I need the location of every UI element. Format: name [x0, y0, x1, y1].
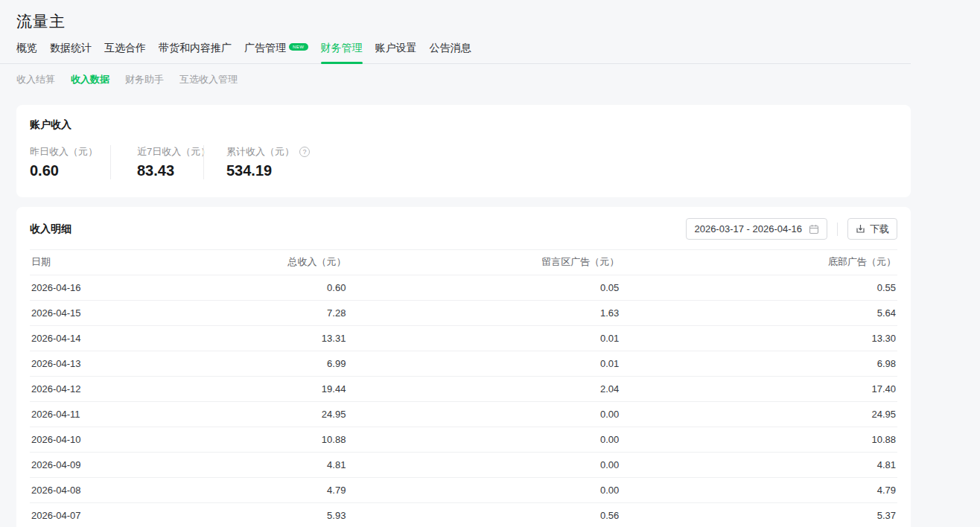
table-cell-date: 2026-04-10 — [30, 427, 186, 453]
table-cell: 6.98 — [620, 351, 897, 377]
table-cell: 0.01 — [347, 351, 620, 377]
table-cell-date: 2026-04-11 — [30, 402, 186, 427]
date-range-value: 2026-03-17 - 2026-04-16 — [694, 223, 802, 234]
tab-label: 公告消息 — [430, 42, 471, 55]
tab-label: 互选合作 — [104, 42, 146, 55]
subtab-income-data[interactable]: 收入数据 — [71, 73, 109, 86]
stat-value: 83.43 — [137, 162, 203, 179]
date-range-picker[interactable]: 2026-03-17 - 2026-04-16 — [686, 218, 827, 240]
table-row: 2026-04-07 5.93 0.56 5.37 — [30, 503, 897, 527]
table-cell: 1.63 — [347, 301, 620, 326]
tab-label: 带货和内容推广 — [159, 42, 232, 55]
column-header-total-income: 总收入（元） — [186, 250, 348, 275]
calendar-icon — [809, 224, 819, 234]
stat-yesterday-income: 昨日收入（元） 0.60 — [30, 145, 110, 179]
tab-finance[interactable]: 财务管理 — [321, 42, 363, 63]
download-label: 下载 — [870, 223, 889, 236]
tab-label: 数据统计 — [50, 42, 92, 55]
table-cell-date: 2026-04-12 — [30, 377, 186, 402]
table-cell: 0.01 — [347, 326, 620, 351]
table-row: 2026-04-15 7.28 1.63 5.64 — [30, 301, 897, 326]
table-row: 2026-04-08 4.79 0.00 4.79 — [30, 478, 897, 503]
income-table: 日期 总收入（元） 留言区广告（元） 底部广告（元） 2026-04-16 0.… — [30, 249, 897, 527]
table-cell-date: 2026-04-07 — [30, 503, 186, 527]
tab-label: 概览 — [16, 42, 37, 55]
stat-value: 534.19 — [226, 162, 310, 179]
download-button[interactable]: 下载 — [847, 218, 897, 240]
stat-label: 累计收入（元） ? — [226, 145, 310, 159]
download-icon — [856, 224, 865, 234]
table-row: 2026-04-10 10.88 0.00 10.88 — [30, 427, 897, 453]
tab-label: 广告管理 — [244, 42, 286, 55]
stat-label: 近7日收入（元） — [137, 145, 203, 159]
table-cell: 24.95 — [620, 402, 897, 427]
page-title: 流量主 — [0, 0, 980, 32]
tab-overview[interactable]: 概览 — [16, 42, 37, 63]
subtab-income-settlement[interactable]: 收入结算 — [16, 73, 55, 86]
header-controls: 2026-03-17 - 2026-04-16 — [686, 218, 897, 240]
table-row: 2026-04-16 0.60 0.05 0.55 — [30, 275, 897, 301]
tab-announcements[interactable]: 公告消息 — [430, 42, 471, 63]
table-row: 2026-04-09 4.81 0.00 4.81 — [30, 453, 897, 478]
tab-ad-management[interactable]: 广告管理 NEW — [244, 42, 308, 63]
table-cell: 6.99 — [186, 351, 348, 377]
table-cell: 0.55 — [620, 275, 897, 301]
table-cell: 0.00 — [347, 453, 620, 478]
finance-subtabs: 收入结算 收入数据 财务助手 互选收入管理 — [0, 73, 980, 86]
stat-last7days-income: 近7日收入（元） 83.43 — [110, 145, 203, 179]
new-badge: NEW — [289, 43, 308, 51]
table-cell: 0.00 — [347, 402, 620, 427]
income-detail-card: 收入明细 2026-03-17 - 2026-04-16 — [16, 207, 911, 527]
stat-label-text: 累计收入（元） — [226, 145, 294, 159]
table-cell: 24.95 — [186, 402, 348, 427]
tab-mutual-select[interactable]: 互选合作 — [104, 42, 146, 63]
tab-data-stats[interactable]: 数据统计 — [50, 42, 92, 63]
table-cell-date: 2026-04-16 — [30, 275, 186, 301]
controls-divider — [837, 223, 838, 236]
column-header-bottom-ad: 底部广告（元） — [620, 250, 897, 275]
table-cell: 4.79 — [186, 478, 348, 503]
subtab-mutual-income-management[interactable]: 互选收入管理 — [179, 73, 238, 86]
table-header-row: 日期 总收入（元） 留言区广告（元） 底部广告（元） — [30, 250, 897, 275]
account-income-title: 账户收入 — [30, 118, 897, 132]
tab-label: 账户设置 — [375, 42, 417, 55]
table-cell: 0.00 — [347, 478, 620, 503]
table-cell-date: 2026-04-15 — [30, 301, 186, 326]
table-cell-date: 2026-04-09 — [30, 453, 186, 478]
table-cell: 4.81 — [186, 453, 348, 478]
table-cell: 0.60 — [186, 275, 348, 301]
table-cell: 10.88 — [620, 427, 897, 453]
stat-total-income: 累计收入（元） ? 534.19 — [203, 145, 310, 179]
table-cell: 13.31 — [186, 326, 348, 351]
table-cell: 13.30 — [620, 326, 897, 351]
table-cell: 5.93 — [186, 503, 348, 527]
table-cell: 0.05 — [347, 275, 620, 301]
tab-label: 财务管理 — [321, 42, 363, 55]
tab-goods-content-promo[interactable]: 带货和内容推广 — [159, 42, 232, 63]
table-cell: 5.37 — [620, 503, 897, 527]
table-cell: 2.04 — [347, 377, 620, 402]
table-cell: 0.00 — [347, 427, 620, 453]
table-row: 2026-04-11 24.95 0.00 24.95 — [30, 402, 897, 427]
help-icon[interactable]: ? — [299, 147, 310, 157]
table-cell-date: 2026-04-14 — [30, 326, 186, 351]
income-detail-header: 收入明细 2026-03-17 - 2026-04-16 — [16, 207, 911, 249]
table-cell: 4.79 — [620, 478, 897, 503]
table-cell: 4.81 — [620, 453, 897, 478]
table-cell: 19.44 — [186, 377, 348, 402]
table-cell-date: 2026-04-13 — [30, 351, 186, 377]
table-cell: 10.88 — [186, 427, 348, 453]
subtab-finance-assistant[interactable]: 财务助手 — [125, 73, 164, 86]
table-cell: 0.56 — [347, 503, 620, 527]
tab-account-settings[interactable]: 账户设置 — [375, 42, 417, 63]
income-detail-title: 收入明细 — [30, 223, 71, 236]
main-tabbar: 概览 数据统计 互选合作 带货和内容推广 广告管理 NEW 财务管理 账户设置 … — [0, 42, 911, 64]
stat-value: 0.60 — [30, 162, 110, 179]
table-row: 2026-04-14 13.31 0.01 13.30 — [30, 326, 897, 351]
table-cell: 5.64 — [620, 301, 897, 326]
account-income-card: 账户收入 昨日收入（元） 0.60 近7日收入（元） 83.43 累计收入（元）… — [16, 105, 911, 197]
income-stats: 昨日收入（元） 0.60 近7日收入（元） 83.43 累计收入（元） ? 53… — [30, 145, 897, 179]
table-cell-date: 2026-04-08 — [30, 478, 186, 503]
table-cell: 17.40 — [620, 377, 897, 402]
table-cell: 7.28 — [186, 301, 348, 326]
